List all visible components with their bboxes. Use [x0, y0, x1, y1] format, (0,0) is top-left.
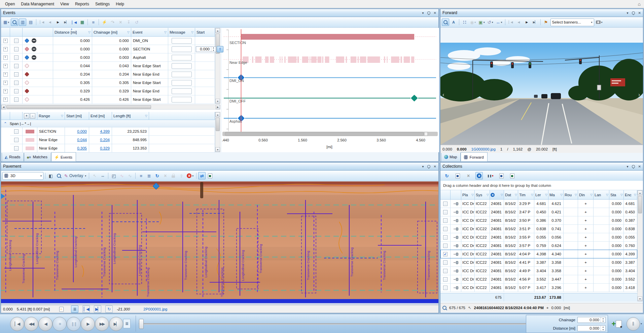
new-event-button[interactable]: ⚡: [101, 18, 108, 26]
checkbox[interactable]: ✔: [443, 252, 448, 256]
row-select-cell[interactable]: [10, 95, 23, 104]
row-pin-cell[interactable]: [451, 216, 461, 225]
fast-forward-button[interactable]: ▶▶: [95, 317, 109, 331]
row-select-cell[interactable]: [10, 62, 23, 70]
span-vertical-scrollbar[interactable]: ▲▼: [215, 112, 220, 152]
home-icon[interactable]: ⌂: [638, 1, 641, 7]
lock-button[interactable]: [170, 172, 177, 179]
last-record-button[interactable]: ▶▏: [62, 18, 70, 26]
sync-button[interactable]: ⇄: [198, 172, 206, 179]
filter-icon[interactable]: ▽: [471, 193, 474, 197]
span-header-6[interactable]: Length [ft]▽: [112, 112, 149, 120]
image-settings-button[interactable]: ◉▾: [469, 18, 477, 26]
select-cursor-button[interactable]: ↖: [91, 172, 98, 179]
delete-button[interactable]: ×: [162, 172, 169, 179]
row-select-cell[interactable]: [440, 208, 451, 216]
row-select-cell[interactable]: [440, 258, 451, 267]
undo-button[interactable]: ↺: [133, 18, 140, 26]
checkbox[interactable]: [443, 235, 448, 240]
filter-icon[interactable]: ▽: [515, 193, 517, 197]
row-select-cell[interactable]: [440, 284, 451, 292]
filter-icon[interactable]: ▽: [545, 193, 547, 197]
end-link[interactable]: 4.399: [100, 129, 110, 133]
row-pin-cell[interactable]: [451, 242, 461, 250]
menu-reports[interactable]: Reports: [72, 1, 92, 7]
pin-icon[interactable]: [631, 164, 636, 169]
skip-to-start-button[interactable]: ▏◀: [70, 18, 78, 26]
distance-input[interactable]: 0.000 ▲▼: [577, 325, 606, 331]
row-pin-cell[interactable]: [451, 267, 461, 275]
prev-record-button[interactable]: ◀: [46, 18, 53, 26]
row-expand-cell[interactable]: +: [1, 62, 10, 70]
start-cell[interactable]: [195, 87, 215, 95]
legend-button[interactable]: ≡: [137, 172, 145, 179]
message-input[interactable]: [172, 88, 192, 94]
end-cell[interactable]: 0.204: [89, 136, 112, 144]
filter-icon[interactable]: ▽: [145, 114, 147, 118]
collections-vertical-scrollbar[interactable]: ▲ ▼: [637, 190, 643, 301]
position-slider-track[interactable]: [139, 323, 586, 325]
table-view-button[interactable]: ▦▾: [2, 18, 10, 26]
end-cell[interactable]: 0.329: [89, 144, 112, 153]
prev-pavement-button[interactable]: ▏◀: [82, 305, 90, 313]
menu-view[interactable]: View: [57, 1, 72, 7]
zoom-page-button[interactable]: [442, 18, 449, 26]
filter-icon[interactable]: ▽: [606, 193, 608, 197]
start-cell[interactable]: [195, 79, 215, 87]
row-select-cell[interactable]: [440, 225, 451, 233]
collections-header-Sys[interactable]: Sys▽: [475, 190, 490, 200]
expand-icon[interactable]: +: [3, 39, 8, 43]
filter-icon[interactable]: ▽: [560, 193, 563, 197]
span-header-4[interactable]: Start [mi]: [65, 112, 89, 120]
message-cell[interactable]: [168, 62, 195, 70]
filter-icon[interactable]: ▽: [61, 114, 63, 118]
row-expand-cell[interactable]: +: [1, 95, 10, 104]
export-button[interactable]: [206, 172, 214, 179]
column-header-start[interactable]: Start: [195, 28, 215, 37]
banner-button[interactable]: ⚑: [542, 18, 550, 26]
row-select-cell[interactable]: [10, 53, 23, 62]
group-by-drop-zone[interactable]: Drag a column header and drop it here to…: [440, 181, 643, 190]
checkbox[interactable]: [443, 202, 448, 206]
pause-button[interactable]: ▾: [186, 172, 194, 179]
refresh-button[interactable]: ↻: [443, 172, 451, 179]
close-icon[interactable]: ✕: [434, 11, 436, 15]
column-header-distance-mi-[interactable]: Distance [mi]▲▽: [53, 28, 92, 37]
chainage-stepper[interactable]: ▲▼: [601, 317, 605, 323]
collections-header-Enc[interactable]: Enc▽: [624, 190, 637, 200]
span-header-2[interactable]: +-: [23, 112, 37, 120]
pavement-image[interactable]: Longitudinal CrackingTransverse Cracking…: [1, 181, 438, 305]
split-horizontal-button[interactable]: ▤: [27, 18, 34, 26]
row-expand-cell[interactable]: +: [1, 79, 10, 87]
contrast-button[interactable]: ◧: [47, 172, 55, 179]
start-value-input[interactable]: 0.000▲▼: [196, 46, 216, 52]
find-button[interactable]: A: [450, 18, 457, 26]
panel-menu-icon[interactable]: ▾: [627, 11, 629, 15]
start-cell[interactable]: [195, 53, 215, 62]
row-select-cell[interactable]: [440, 216, 451, 225]
row-pin-cell[interactable]: [451, 200, 461, 208]
filter-icon[interactable]: ▽: [501, 193, 503, 197]
start-cell[interactable]: 0.305: [65, 144, 89, 153]
zoom-in-button[interactable]: [55, 172, 63, 179]
first-frame-button[interactable]: ▏◀: [10, 317, 24, 331]
expand-icon[interactable]: +: [3, 97, 8, 102]
checkbox[interactable]: [14, 72, 19, 77]
zoom-page-button[interactable]: [11, 18, 18, 26]
menu-settings[interactable]: Settings: [92, 1, 113, 7]
import-button[interactable]: ↧: [125, 18, 132, 26]
panel-menu-icon[interactable]: ▾: [422, 11, 424, 15]
message-cell[interactable]: [168, 87, 195, 95]
filter-icon[interactable]: ▽: [164, 31, 167, 34]
row-pin-cell[interactable]: [451, 258, 461, 267]
checkbox[interactable]: [443, 227, 448, 231]
collapse-all-button[interactable]: -: [30, 113, 35, 119]
row-pin-cell[interactable]: [451, 275, 461, 284]
row-select-cell[interactable]: [440, 267, 451, 275]
filter-icon[interactable]: ▽: [487, 193, 489, 197]
row-pin-cell[interactable]: [451, 208, 461, 216]
camera-button[interactable]: ▾: [595, 18, 604, 26]
row-select-cell[interactable]: [10, 37, 23, 45]
menu-help[interactable]: Help: [113, 1, 127, 7]
end-link[interactable]: 0.204: [100, 138, 110, 142]
